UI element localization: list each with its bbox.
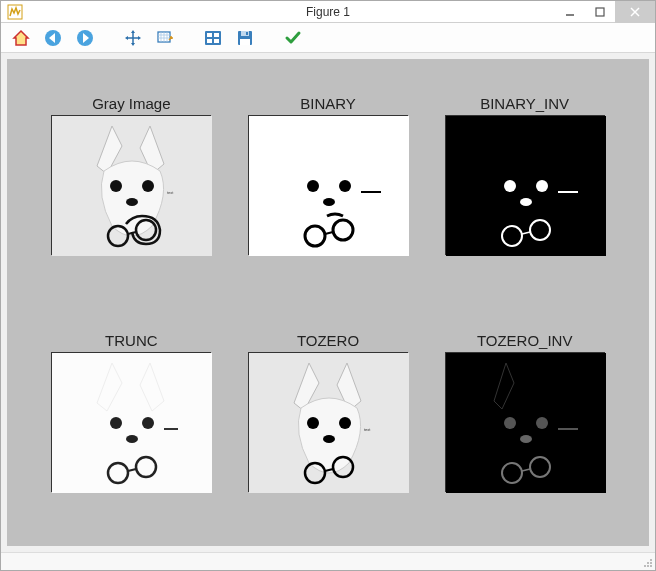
subplot-title: BINARY_INV: [480, 95, 569, 112]
svg-rect-42: [558, 191, 578, 193]
resize-grip-icon[interactable]: [643, 558, 653, 568]
svg-rect-35: [446, 116, 606, 256]
svg-text:text: text: [167, 190, 174, 195]
svg-point-53: [339, 417, 351, 429]
subplot-gray: Gray Image: [47, 95, 216, 290]
svg-rect-27: [249, 116, 409, 256]
subplot-image: [248, 115, 408, 255]
statusbar: [1, 552, 655, 570]
forward-button[interactable]: [73, 26, 97, 50]
toolbar: [1, 23, 655, 53]
svg-point-62: [520, 435, 532, 443]
subplot-grid: Gray Image: [7, 59, 649, 546]
subplot-binary: BINARY: [244, 95, 413, 290]
svg-point-72: [650, 565, 652, 567]
zoom-button[interactable]: [153, 26, 177, 50]
svg-point-71: [647, 565, 649, 567]
save-button[interactable]: [233, 26, 257, 50]
svg-point-68: [647, 562, 649, 564]
subplot-title: TOZERO_INV: [477, 332, 573, 349]
subplots-button[interactable]: [201, 26, 225, 50]
subplot-title: TRUNC: [105, 332, 158, 349]
close-button[interactable]: [615, 1, 655, 23]
window-controls: [555, 1, 655, 23]
svg-rect-17: [240, 39, 250, 45]
svg-point-67: [650, 559, 652, 561]
arrow-left-icon: [43, 28, 63, 48]
check-button[interactable]: [281, 26, 305, 50]
svg-rect-11: [207, 33, 212, 37]
subplot-image: [51, 352, 211, 492]
svg-point-45: [142, 417, 154, 429]
svg-point-46: [126, 435, 138, 443]
back-button[interactable]: [41, 26, 65, 50]
subplot-trunc: TRUNC: [47, 332, 216, 527]
pan-button[interactable]: [121, 26, 145, 50]
subplot-title: BINARY: [300, 95, 356, 112]
configure-subplots-icon: [203, 28, 223, 48]
svg-rect-34: [361, 191, 381, 193]
subplot-tozero: TOZERO text: [244, 332, 413, 527]
svg-rect-14: [214, 39, 219, 43]
figure-window: Figure 1: [0, 0, 656, 571]
figure-canvas[interactable]: Gray Image: [7, 59, 649, 546]
subplot-tozero-inv: TOZERO_INV: [440, 332, 609, 527]
subplot-image: text: [248, 352, 408, 492]
svg-point-21: [142, 180, 154, 192]
subplot-title: Gray Image: [92, 95, 170, 112]
svg-point-38: [520, 198, 532, 206]
svg-point-70: [644, 565, 646, 567]
svg-point-61: [536, 417, 548, 429]
svg-rect-18: [246, 32, 248, 35]
subplot-image: [445, 352, 605, 492]
svg-rect-66: [558, 428, 578, 430]
svg-point-30: [323, 198, 335, 206]
minimize-button[interactable]: [555, 1, 585, 23]
zoom-rect-icon: [155, 28, 175, 48]
titlebar: Figure 1: [1, 1, 655, 23]
svg-point-44: [110, 417, 122, 429]
svg-rect-13: [207, 39, 212, 43]
canvas-container: Gray Image: [1, 53, 655, 552]
svg-point-52: [307, 417, 319, 429]
svg-rect-2: [596, 8, 604, 16]
app-icon: [7, 4, 23, 20]
svg-point-29: [339, 180, 351, 192]
move-icon: [123, 28, 143, 48]
svg-rect-59: [446, 353, 606, 493]
subplot-title: TOZERO: [297, 332, 359, 349]
svg-point-37: [536, 180, 548, 192]
svg-rect-50: [164, 428, 178, 430]
arrow-right-icon: [75, 28, 95, 48]
svg-rect-43: [52, 353, 212, 493]
subplot-image: text: [51, 115, 211, 255]
save-icon: [235, 28, 255, 48]
svg-point-20: [110, 180, 122, 192]
subplot-image: [445, 115, 605, 255]
svg-point-22: [126, 198, 138, 206]
svg-point-54: [323, 435, 335, 443]
svg-point-36: [504, 180, 516, 192]
subplot-binary-inv: BINARY_INV: [440, 95, 609, 290]
svg-point-69: [650, 562, 652, 564]
home-icon: [11, 28, 31, 48]
svg-text:text: text: [364, 427, 371, 432]
svg-point-60: [504, 417, 516, 429]
svg-rect-12: [214, 33, 219, 37]
maximize-button[interactable]: [585, 1, 615, 23]
home-button[interactable]: [9, 26, 33, 50]
check-icon: [283, 28, 303, 48]
svg-point-28: [307, 180, 319, 192]
